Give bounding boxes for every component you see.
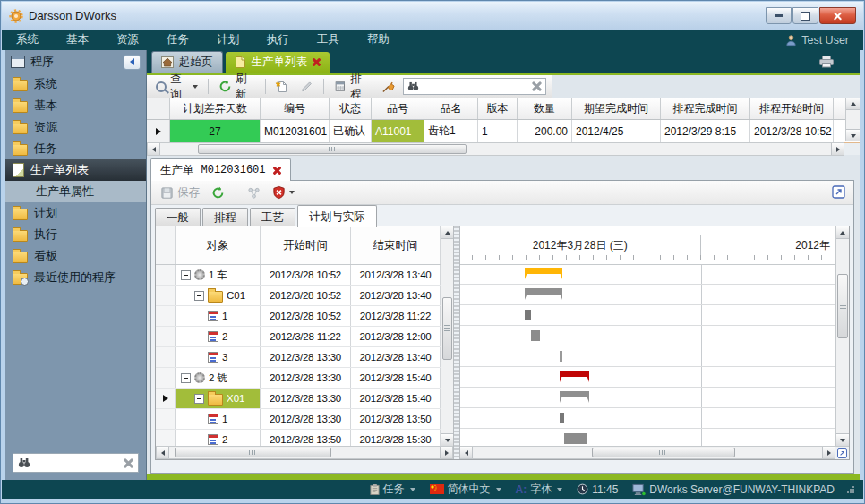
sidebar-item[interactable]: 系统 [5,73,146,95]
tree-object-cell[interactable]: 1 [176,409,261,429]
grid-column-header[interactable]: 期望完成时间 [572,98,661,119]
tree-object-cell[interactable]: 1 [176,306,261,326]
scroll-up-button[interactable] [836,226,849,239]
scroll-right-button[interactable] [440,447,452,458]
scroll-left-button[interactable] [460,447,473,458]
menu-item[interactable]: 基本 [66,32,89,47]
split-handle[interactable] [453,226,460,459]
scroll-left-button[interactable] [157,447,169,458]
edit-button[interactable] [296,78,317,95]
scroll-thumb[interactable] [837,274,848,338]
grid-column-header[interactable]: 品号 [372,98,424,119]
grid-column-header[interactable]: 计划差异天数 [170,98,261,119]
menu-item[interactable]: 任务 [167,32,189,47]
user-area[interactable]: Test User [785,34,849,47]
grid-data-row[interactable]: 27M012031601已确认A11001齿轮11200.002012/4/25… [147,120,860,143]
tree-row[interactable]: 12012/3/28 13:302012/3/28 13:50 [156,409,441,430]
sidebar-item[interactable]: 资源 [5,116,146,138]
toolbar-search-input[interactable] [423,80,528,94]
detail-tab-inactive[interactable]: 排程 [202,208,248,226]
tree-row[interactable]: 1 车2012/3/28 10:522012/3/28 13:40 [156,265,441,286]
sidebar-item[interactable]: 计划 [5,202,146,224]
tree-row[interactable]: 32012/3/28 13:302012/3/28 13:40 [156,347,441,368]
grid-vertical-scrollbar[interactable] [845,98,860,141]
scroll-down-button[interactable] [441,433,453,446]
menu-item[interactable]: 计划 [217,32,239,47]
tree-row[interactable]: 22012/3/28 11:222012/3/28 12:00 [156,327,441,347]
gantt-task-bar[interactable] [560,413,564,423]
status-task[interactable]: 任务 [370,482,415,497]
tree-object-cell[interactable]: 2 [176,430,261,446]
sidebar-item[interactable]: 生产单列表 [5,159,146,181]
menu-item[interactable]: 帮助 [367,32,390,47]
grid-horizontal-scrollbar[interactable] [147,142,844,156]
gantt-summary-bar[interactable] [560,391,589,397]
scroll-thumb[interactable] [442,297,452,360]
tree-column-header[interactable]: 开始时间 [261,226,351,264]
scroll-down-button[interactable] [846,129,860,141]
expand-collapse-icon[interactable] [194,291,204,301]
tree-row[interactable]: X012012/3/28 13:302012/3/28 15:40 [156,389,441,409]
sidebar-item[interactable]: 看板 [5,245,146,267]
tree-vertical-scrollbar[interactable] [441,226,453,446]
scroll-thumb[interactable] [198,144,467,154]
popout-icon[interactable] [831,184,846,200]
minimize-button[interactable] [766,7,792,24]
scroll-left-button[interactable] [148,143,160,155]
sidebar-item[interactable]: 执行 [5,224,146,245]
scroll-down-button[interactable] [836,433,849,446]
sidebar-item[interactable]: 生产单属性 [5,181,146,202]
grid-column-header[interactable]: 版本 [478,98,518,119]
link-nodes-button[interactable] [244,184,264,201]
gantt-summary-bar[interactable] [525,288,562,295]
sidebar-item[interactable]: 任务 [5,138,146,159]
menu-item[interactable]: 执行 [267,32,289,47]
tree-column-header[interactable]: 对象 [176,226,261,264]
tree-object-cell[interactable]: 1 车 [176,265,261,285]
scroll-thumb[interactable] [175,448,331,457]
detail-refresh-button[interactable] [208,184,228,201]
sidebar-collapse-button[interactable] [124,55,141,70]
tab-close-icon[interactable] [313,58,321,66]
gantt-summary-bar[interactable] [560,371,589,377]
expand-collapse-icon[interactable] [194,394,204,404]
gantt-horizontal-scrollbar[interactable] [460,446,835,459]
gantt-task-bar[interactable] [564,433,587,444]
maximize-button[interactable] [792,7,818,24]
gantt-task-bar[interactable] [560,351,562,362]
new-button[interactable] [271,78,293,96]
scroll-up-button[interactable] [441,226,453,239]
tree-row[interactable]: 12012/3/28 10:522012/3/28 11:22 [156,306,441,327]
scroll-thumb[interactable] [592,448,735,457]
detail-document-tab[interactable]: 生产单 M012031601 [150,158,291,181]
tree-object-cell[interactable]: C01 [176,286,261,305]
gantt-summary-bar[interactable] [525,268,562,274]
sidebar-item[interactable]: 最近使用的程序 [5,267,146,288]
detail-tab-close-icon[interactable] [273,167,281,175]
sidebar-item[interactable]: 基本 [5,95,146,116]
scroll-right-button[interactable] [822,447,835,458]
grid-column-header[interactable]: 排程完成时间 [661,98,750,119]
menu-item[interactable]: 系统 [16,32,39,47]
tree-object-cell[interactable]: X01 [176,389,261,408]
menu-item[interactable]: 资源 [116,32,139,47]
detail-tab-inactive[interactable]: 工艺 [250,208,295,226]
gantt-task-bar[interactable] [525,310,532,320]
tree-object-cell[interactable]: 2 铣 [176,368,261,388]
grid-column-header[interactable]: 数量 [518,98,572,119]
sidebar-search-input[interactable] [35,456,119,470]
scroll-right-button[interactable] [831,143,844,155]
tree-row[interactable]: 22012/3/28 13:502012/3/28 15:30 [156,430,441,446]
close-button[interactable] [819,7,856,24]
gantt-popout-icon[interactable] [835,446,849,459]
save-button[interactable]: 保存 [157,184,203,202]
expand-collapse-icon[interactable] [181,373,191,383]
status-font[interactable]: A: 字体 [516,482,563,497]
grid-column-header[interactable]: 状态 [330,98,372,119]
validate-button[interactable] [269,184,298,201]
detail-tab-active[interactable]: 计划与实际 [297,205,377,227]
status-language[interactable]: 简体中文 [430,482,501,497]
gantt-task-bar[interactable] [531,330,540,341]
detail-tab-inactive[interactable]: 一般 [155,208,201,226]
resize-grip[interactable] [847,486,854,493]
